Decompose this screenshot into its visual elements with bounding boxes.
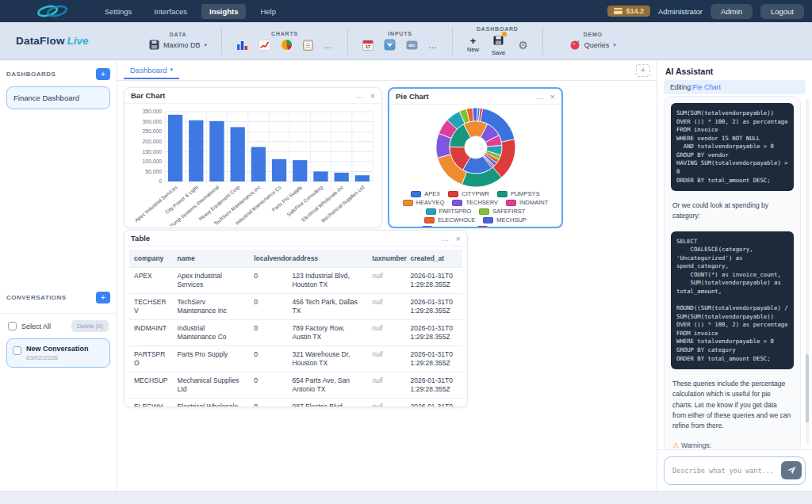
bar[interactable] <box>231 127 245 181</box>
sidebar-spacer <box>6 109 110 292</box>
legend-item[interactable]: PARTSPRO <box>426 208 472 215</box>
tab-dashboard[interactable]: Dashboard ▾ <box>124 62 179 79</box>
add-conversation-button[interactable]: + <box>96 292 110 304</box>
conversation-checkbox[interactable] <box>13 346 21 355</box>
queries-icon <box>570 40 580 50</box>
legend-item[interactable]: ELECWHOLE <box>424 216 475 223</box>
ai-message-text-1: Or we could look at spending by category… <box>672 200 792 221</box>
toolbar-group-charts: CHARTS … <box>222 22 347 59</box>
nav-item-help[interactable]: Help <box>252 4 284 19</box>
nav-item-settings[interactable]: Settings <box>97 4 140 19</box>
main-area: Dashboard ▾ + Bar Chart … × 050,000100,0… <box>117 60 657 491</box>
brand-logo: DataFlow Live <box>16 22 135 59</box>
legend-item[interactable]: PUMPSYS <box>497 190 540 197</box>
pie-chart-widget[interactable]: Pie Chart … × APEXCITYPWRPUMPSYSHEAVYEQT… <box>388 87 563 228</box>
dropdown-input-icon[interactable] <box>384 39 396 51</box>
gear-icon[interactable]: ⚙ <box>518 39 528 52</box>
svg-text:200,000: 200,000 <box>142 139 162 144</box>
table-column-header[interactable]: created_at <box>406 250 462 268</box>
table-widget-icon[interactable] <box>303 40 313 51</box>
editing-label: Editing: <box>670 83 692 91</box>
bar[interactable] <box>168 115 182 181</box>
bar[interactable] <box>335 173 349 181</box>
legend-item[interactable]: WATERUTIL <box>422 225 469 227</box>
add-tab-button[interactable]: + <box>636 64 650 77</box>
nav-item-insights[interactable]: Insights <box>201 4 246 19</box>
ai-message-text-2: These queries include the percentage cal… <box>672 379 792 431</box>
chevron-down-icon: ▾ <box>613 42 616 48</box>
widget-menu-button[interactable]: … <box>536 92 544 101</box>
sidebar-item-finance-dashboard[interactable]: Finance Dashboard <box>6 86 110 109</box>
text-input-icon[interactable]: abc <box>406 40 418 50</box>
bar[interactable] <box>293 160 307 181</box>
toolbar-group-demo: DEMO Queries ▾ <box>543 22 630 59</box>
bar[interactable] <box>355 175 370 181</box>
conversation-list-item[interactable]: New Conversation 03/02/2026 <box>6 338 110 368</box>
bar-chart-icon[interactable] <box>236 40 248 51</box>
legend-item[interactable]: TECHSERV <box>452 199 498 206</box>
line-chart-icon[interactable] <box>259 40 270 51</box>
widget-menu-button[interactable]: … <box>442 234 450 242</box>
table-column-header[interactable]: company <box>129 250 173 268</box>
new-dashboard-button[interactable]: + New <box>467 36 479 53</box>
widget-close-button[interactable]: × <box>550 92 555 101</box>
calendar-input-icon[interactable]: 17 <box>362 40 373 51</box>
topnav-right: $14.2 Administrator Admin Logout <box>607 4 805 19</box>
table-column-header[interactable]: taxnumber <box>367 250 405 268</box>
app-logo-icon <box>30 4 75 18</box>
table-cell: null <box>367 320 405 346</box>
bar[interactable] <box>313 171 327 181</box>
scrollbar-thumb[interactable] <box>806 354 809 422</box>
widget-menu-button[interactable]: … <box>356 91 364 100</box>
pie-chart-legend: APEXCITYPWRPUMPSYSHEAVYEQTECHSERVINDMAIN… <box>403 190 549 227</box>
ai-message-list[interactable]: SUM(SUM(totalvendorpayable)) OVER ()) * … <box>657 94 812 449</box>
table-cell: null <box>367 294 405 320</box>
legend-item[interactable]: APEX <box>411 190 440 197</box>
legend-label: PARTSPRO <box>439 208 472 215</box>
legend-item[interactable]: INDMAINT <box>506 199 548 206</box>
legend-item[interactable]: HEAVYEQ <box>403 199 445 206</box>
table-column-header[interactable]: address <box>287 250 367 268</box>
legend-item[interactable]: CITYPWR <box>448 190 489 197</box>
balance-badge[interactable]: $14.2 <box>607 6 651 17</box>
editing-target[interactable]: Pie Chart <box>692 83 720 91</box>
pie-chart-icon[interactable] <box>281 39 293 51</box>
table-column-header[interactable]: name <box>173 250 250 268</box>
toolbar-group-inputs: INPUTS 17 abc … <box>348 22 452 59</box>
bar[interactable] <box>209 121 224 181</box>
bar[interactable] <box>251 147 266 182</box>
bar-chart-widget[interactable]: Bar Chart … × 050,000100,000150,000200,0… <box>124 87 382 228</box>
widget-close-button[interactable]: × <box>456 234 461 243</box>
table-cell: 0 <box>249 320 287 346</box>
table-cell: 2026-01-31T01:29:28.355Z <box>406 294 462 320</box>
data-source-selector[interactable]: Maximo DB ▾ <box>149 40 207 50</box>
legend-item[interactable]: ENVIROTEST <box>477 225 529 227</box>
logout-button[interactable]: Logout <box>760 4 804 19</box>
bar[interactable] <box>272 159 286 181</box>
charts-more-button[interactable]: … <box>324 40 333 50</box>
legend-label: ENVIROTEST <box>491 225 529 227</box>
delete-conversations-button[interactable]: Delete (0) <box>71 320 109 332</box>
conversation-date: 03/02/2026 <box>26 354 89 361</box>
table-cell: 0 <box>249 268 287 294</box>
table-cell: Electrical Wholesale Inc <box>173 399 250 407</box>
select-all-checkbox[interactable] <box>8 322 17 330</box>
svg-text:50,000: 50,000 <box>145 169 162 174</box>
table-cell: MECHSUP <box>129 372 173 399</box>
legend-item[interactable]: SAFEFIRST <box>479 208 525 215</box>
database-icon <box>149 40 159 50</box>
editing-context-bar: Editing:Pie Chart <box>664 80 806 94</box>
bar[interactable] <box>189 120 203 181</box>
table-widget[interactable]: Table … × companynamelocalvendoraddresst… <box>124 230 468 407</box>
table-column-header[interactable]: localvendor <box>249 250 287 268</box>
widget-close-button[interactable]: × <box>370 91 375 101</box>
send-button[interactable] <box>781 461 802 479</box>
nav-item-interfaces[interactable]: Interfaces <box>146 4 195 19</box>
demo-queries-selector[interactable]: Queries ▾ <box>570 40 616 50</box>
add-dashboard-button[interactable]: + <box>96 68 110 80</box>
brand-suffix: Live <box>67 35 89 47</box>
admin-button[interactable]: Admin <box>710 4 753 19</box>
inputs-more-button[interactable]: … <box>428 40 438 50</box>
save-dashboard-button[interactable]: Save <box>492 34 505 56</box>
legend-item[interactable]: MECHSUP <box>483 216 527 223</box>
